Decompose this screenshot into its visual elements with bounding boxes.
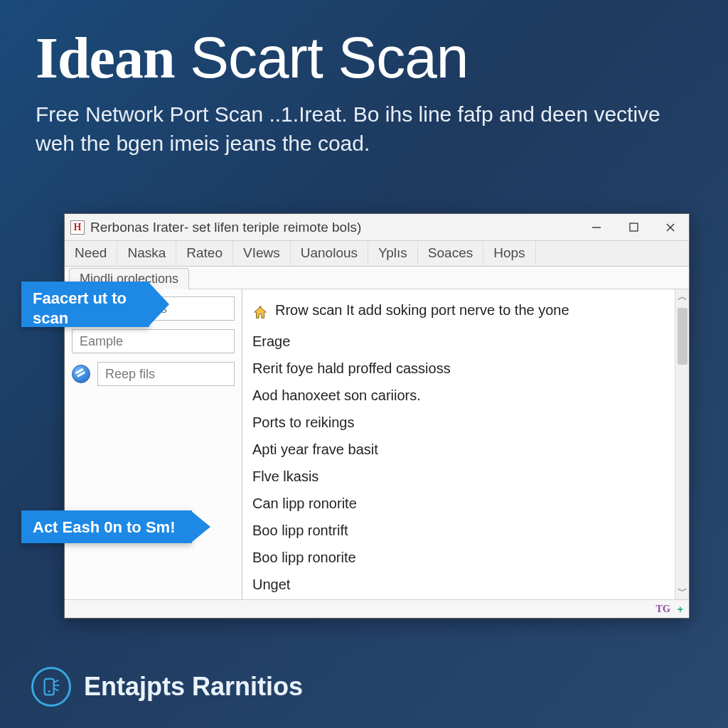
list-item: Aod hanoxeet son cariiors. [252,382,675,409]
status-plus[interactable]: + [678,604,683,615]
menu-item[interactable]: VIews [233,241,291,266]
callout-scan: Faacert ut to scan [21,282,149,327]
home-icon [252,302,268,318]
list-item: Can lipp ronorite [252,490,675,517]
menu-item[interactable]: Yplıs [368,241,418,266]
close-button[interactable] [652,214,689,240]
list-item: Unget [252,571,675,598]
menu-item[interactable]: Naska [117,241,176,266]
menubar: Need Naska Rateo VIews Uanolous Yplıs So… [65,241,689,267]
brand-name: Entajpts Rarnitios [84,672,303,702]
list-item: Apti year frave basit [252,436,675,463]
footer-brand: Entajpts Rarnitios [31,667,303,707]
scroll-thumb[interactable] [678,308,687,365]
list-item: Boo lipp ronorite [252,544,675,571]
list-item: Erage [252,328,675,355]
list-item: Boo lipp rontrift [252,517,675,544]
scroll-down-icon[interactable]: ﹀ [675,584,689,599]
menu-item[interactable]: Hops [483,241,535,266]
menu-item[interactable]: Uanolous [291,241,368,266]
field-label: Reep fils [105,367,155,382]
menu-item[interactable]: Need [65,241,117,266]
content-lead: Rrow scan It add soking port nerve to th… [275,296,569,323]
status-tg: TG [656,604,670,615]
vertical-scrollbar[interactable]: ︿ ﹀ [675,289,689,599]
titlebar[interactable]: H Rerbonas Irater- set lifen teriple rei… [65,214,689,241]
minimize-button[interactable] [578,214,615,240]
arrow-right-icon [191,510,210,543]
list-item: Ports to reikings [252,409,675,436]
svg-rect-1 [630,223,638,231]
title-light: Scart Scan [190,25,468,90]
window-title: Rerbonas Irater- set lifen teriple reimo… [90,220,578,235]
statusbar: TG + [65,599,689,618]
svg-point-6 [48,690,50,692]
eample-field[interactable]: Eample [72,329,235,353]
list-item: Flve lkasis [252,463,675,490]
reep-row: Reep fils [72,362,235,386]
list-item: Rerit foye hald proffed cassioss [252,355,675,382]
title-bold: Idean [36,26,175,90]
svg-point-4 [259,306,262,308]
callout-act: Act Eash 0n to Sm! [21,510,192,543]
callout-text: Act Eash 0n to Sm! [33,518,175,536]
tool-icon [72,365,90,383]
menu-item[interactable]: Soaces [418,241,483,266]
reep-field[interactable]: Reep fils [97,362,235,386]
page-title: Idean Scart Scan [36,28,692,87]
arrow-right-icon [148,282,169,327]
scroll-up-icon[interactable]: ︿ [678,289,687,305]
maximize-button[interactable] [615,214,652,240]
sidebar: mpass Eample Reep fils [65,289,242,599]
menu-item[interactable]: Rateo [176,241,233,266]
field-label: Eample [80,334,123,349]
app-window: H Rerbonas Irater- set lifen teriple rei… [64,213,690,619]
page-subtitle: Free Network Port Scan ..1.Ireat. Bo ihs… [36,100,690,158]
app-icon: H [70,220,85,235]
callout-text: Faacert ut to scan [33,289,127,327]
content-pane: Rrow scan It add soking port nerve to th… [242,289,689,599]
brand-icon [31,667,71,707]
